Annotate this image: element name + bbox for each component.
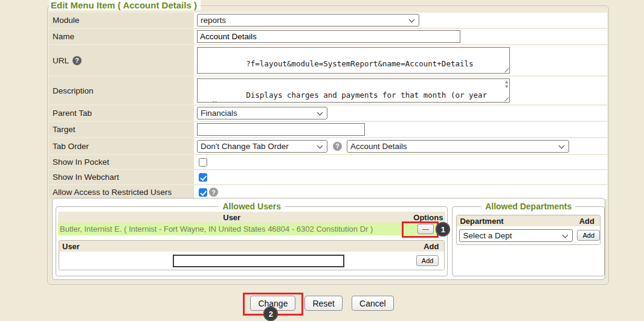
allowed-departments-legend: Allowed Departments: [481, 202, 575, 211]
url-value: ?f=layout&module=SystemReport&name=Accou…: [246, 59, 473, 68]
chevron-down-icon: [559, 142, 565, 148]
department-select-value: Select a Dept: [463, 231, 512, 240]
options-column-header: Options: [405, 213, 445, 222]
allowed-users-fieldset: Allowed Users User Options Butler, Inter…: [56, 202, 448, 276]
help-icon[interactable]: ?: [72, 56, 82, 65]
tab-position-select[interactable]: Account Details: [347, 140, 569, 153]
show-in-webchart-row: Show In Webchart: [49, 170, 607, 184]
module-label: Module: [49, 13, 194, 28]
parent-tab-label: Parent Tab: [49, 106, 194, 121]
show-in-pocket-checkbox[interactable]: [199, 158, 207, 167]
description-textarea[interactable]: Displays charges and payments for that m…: [197, 78, 510, 103]
module-row: Module reports: [49, 13, 607, 28]
show-in-pocket-label: Show In Pocket: [49, 155, 194, 169]
add-column-header: Add: [409, 242, 444, 251]
name-label: Name: [49, 29, 194, 44]
chevron-down-icon: [409, 17, 415, 23]
resize-handle-icon[interactable]: [503, 95, 509, 101]
target-input[interactable]: [197, 123, 365, 136]
page-title: Edit Menu Item ( Account Details ): [50, 0, 201, 10]
url-row: URL ? ?f=layout&module=SystemReport&name…: [49, 45, 607, 75]
form-actions: Change 2 Reset Cancel: [0, 296, 644, 311]
form-rows: Module reports Name URL ? ?f=layout&modu: [49, 13, 607, 200]
show-in-webchart-label: Show In Webchart: [49, 170, 194, 184]
add-user-row: Add: [59, 252, 444, 270]
name-input[interactable]: [197, 30, 460, 43]
department-select[interactable]: Select a Dept: [459, 229, 573, 242]
parent-tab-select[interactable]: Financials: [197, 107, 327, 119]
department-column-header: Department: [457, 217, 565, 226]
show-in-pocket-row: Show In Pocket: [49, 155, 607, 169]
parent-tab-row: Parent Tab Financials: [49, 106, 607, 121]
tab-order-label: Tab Order: [49, 138, 194, 154]
allow-restricted-checkbox[interactable]: [199, 188, 207, 197]
add-department-button[interactable]: Add: [577, 230, 600, 241]
description-row: Description Displays charges and payment…: [49, 77, 607, 104]
add-department-box: Department Add Select a Dept Add: [456, 215, 601, 245]
resize-handle-icon[interactable]: [503, 66, 509, 72]
allowed-user-name: Butler, Internist E. ( Internist - Fort …: [58, 224, 405, 234]
url-label: URL: [53, 56, 69, 65]
add-user-box: User Add Add: [59, 240, 445, 270]
tab-order-row: Tab Order Don't Change Tab Order ? Accou…: [49, 138, 607, 154]
add-user-column-header: User: [59, 242, 409, 251]
remove-user-button[interactable]: —: [417, 224, 434, 234]
allow-restricted-row: Allow Access to Restricted Users ?: [49, 185, 607, 199]
target-row: Target: [49, 122, 607, 137]
name-row: Name: [49, 29, 607, 44]
annotation-badge-1: 1: [436, 222, 450, 237]
allowed-users-header: User Options: [58, 212, 445, 223]
add-user-input[interactable]: [173, 255, 344, 267]
help-icon[interactable]: ?: [209, 188, 218, 197]
allowed-departments-fieldset: Allowed Departments Department Add Selec…: [452, 202, 605, 276]
module-select-value: reports: [201, 16, 226, 25]
tab-position-select-value: Account Details: [350, 142, 407, 151]
add-user-button[interactable]: Add: [416, 255, 439, 266]
description-value: Displays charges and payments for that m…: [201, 91, 492, 103]
chevron-down-icon: [317, 142, 323, 148]
department-header: Department Add: [457, 215, 600, 226]
url-textarea[interactable]: ?f=layout&module=SystemReport&name=Accou…: [197, 47, 510, 74]
allowed-user-row: Butler, Internist E. ( Internist - Fort …: [58, 223, 445, 235]
cancel-button[interactable]: Cancel: [352, 296, 394, 311]
user-column-header: User: [58, 213, 405, 222]
parent-tab-select-value: Financials: [201, 109, 237, 118]
scrollbar-arrows-icon[interactable]: ▲▼: [505, 80, 508, 89]
add-department-row: Select a Dept Add: [457, 226, 600, 244]
annotation-badge-2: 2: [263, 307, 278, 321]
reset-button[interactable]: Reset: [304, 296, 343, 311]
tab-order-select-value: Don't Change Tab Order: [201, 142, 289, 151]
target-label: Target: [49, 122, 194, 137]
chevron-down-icon: [562, 232, 568, 238]
description-label: Description: [49, 77, 194, 104]
tab-order-select[interactable]: Don't Change Tab Order: [197, 140, 327, 153]
edit-menu-item-fieldset: Edit Menu Item ( Account Details ) Modul…: [47, 5, 609, 285]
chevron-down-icon: [317, 110, 323, 116]
access-section: Allowed Users User Options Butler, Inter…: [52, 198, 605, 280]
allowed-users-legend: Allowed Users: [219, 202, 284, 211]
show-in-webchart-checkbox[interactable]: [199, 173, 207, 182]
add-user-header: User Add: [59, 241, 444, 252]
module-select[interactable]: reports: [197, 14, 419, 27]
department-add-column-header: Add: [565, 217, 600, 226]
allow-restricted-label: Allow Access to Restricted Users: [49, 185, 194, 199]
help-icon[interactable]: ?: [333, 142, 342, 151]
